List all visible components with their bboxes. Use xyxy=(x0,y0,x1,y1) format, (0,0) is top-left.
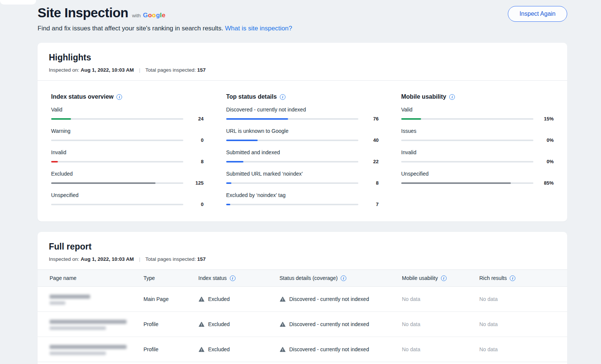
stat-line: 7 xyxy=(226,202,379,207)
full-report-meta: Inspected on: Aug 1, 2022, 10:03 AM | To… xyxy=(49,256,556,262)
stat-value: 0 xyxy=(183,202,204,207)
progress-bar-fill xyxy=(401,118,421,120)
total-pages-value: 157 xyxy=(197,67,206,73)
redacted-text-line xyxy=(50,301,65,305)
highlights-card: Highlights Inspected on: Aug 1, 2022, 10… xyxy=(38,43,567,221)
page-subtitle: Find and fix issues that affect your sit… xyxy=(38,25,292,32)
google-letter: o xyxy=(152,12,156,19)
stat-value: 8 xyxy=(183,159,204,164)
warning-icon xyxy=(279,296,286,302)
stat-line: 125 xyxy=(51,180,204,186)
what-is-site-inspection-link[interactable]: What is site inspection? xyxy=(225,25,292,32)
scrolled-card-edge xyxy=(0,0,36,5)
stat-line: 0 xyxy=(51,137,204,143)
info-icon[interactable]: i xyxy=(449,94,455,100)
stat-row: Excluded125 xyxy=(51,171,204,186)
panel-title: Index status overviewi xyxy=(51,93,204,100)
progress-bar xyxy=(51,204,183,205)
stat-label: Valid xyxy=(51,107,204,113)
page-header: Site Inspection with Google Find and fix… xyxy=(38,5,567,32)
progress-bar xyxy=(51,161,183,162)
full-report-card: Full report Inspected on: Aug 1, 2022, 1… xyxy=(38,232,567,364)
stat-row: Unspecified0 xyxy=(51,192,204,207)
progress-bar-fill xyxy=(51,182,156,184)
panel-title: Top status detailsi xyxy=(226,93,379,100)
stat-line: 85% xyxy=(401,180,554,186)
progress-bar xyxy=(51,140,183,141)
stat-line: 22 xyxy=(226,159,379,164)
column-header-label: Mobile usability xyxy=(402,275,438,281)
stat-row: Warning0 xyxy=(51,128,204,143)
info-icon[interactable]: i xyxy=(341,275,346,281)
warning-icon xyxy=(279,321,286,328)
redacted-text-line xyxy=(50,295,90,299)
highlights-meta: Inspected on: Aug 1, 2022, 10:03 AM | To… xyxy=(49,67,556,73)
status-cell: Discovered - currently not indexed xyxy=(279,346,402,353)
status-cell: Discovered - currently not indexed xyxy=(279,296,402,302)
report-body: Main PageExcludedDiscovered - currently … xyxy=(38,287,567,364)
stat-value: 7 xyxy=(358,202,379,207)
info-icon[interactable]: i xyxy=(441,275,447,281)
progress-bar xyxy=(51,118,183,120)
progress-bar-fill xyxy=(401,182,511,184)
report-row[interactable]: Product!Invalid!Submitted, marked ‘noind… xyxy=(38,362,567,364)
stat-label: Submitted and indexed xyxy=(226,149,379,155)
stat-line: 40 xyxy=(226,137,379,143)
meta-divider: | xyxy=(139,256,140,262)
inspected-on-value: Aug 1, 2022, 10:03 AM xyxy=(81,256,134,262)
progress-bar-fill xyxy=(51,161,58,162)
stat-line: 0% xyxy=(401,137,554,143)
info-icon[interactable]: i xyxy=(116,94,122,100)
column-header-status-details-coverage-: Status details (coverage)i xyxy=(279,275,402,281)
stat-label: Invalid xyxy=(51,149,204,155)
stat-label: Excluded by ‘noindex’ tag xyxy=(226,192,379,198)
status-text: Excluded xyxy=(208,321,230,327)
info-icon[interactable]: i xyxy=(280,94,285,100)
progress-bar xyxy=(226,118,358,120)
redacted-text-line xyxy=(50,320,127,324)
stat-value: 22 xyxy=(358,159,379,164)
stat-value: 40 xyxy=(358,137,379,143)
status-text: Discovered - currently not indexed xyxy=(289,346,369,352)
stat-line: 0% xyxy=(401,159,554,164)
highlight-panel: Top status detailsiDiscovered - currentl… xyxy=(215,86,390,207)
meta-divider: | xyxy=(139,67,140,73)
report-row[interactable]: ProfileExcludedDiscovered - currently no… xyxy=(38,312,567,337)
info-icon[interactable]: i xyxy=(230,275,236,281)
stat-value: 0 xyxy=(183,137,204,143)
total-pages-label: Total pages inspected: xyxy=(145,67,196,73)
status-cell: Excluded xyxy=(198,346,279,353)
rich-results-value: No data xyxy=(479,346,567,352)
redacted-text-line xyxy=(50,345,127,349)
title-line: Site Inspection with Google xyxy=(38,5,292,20)
progress-bar xyxy=(226,161,358,162)
stat-label: Invalid xyxy=(401,149,554,155)
page-type: Main Page xyxy=(143,296,198,302)
report-row[interactable]: Main PageExcludedDiscovered - currently … xyxy=(38,287,567,312)
column-header-label: Rich results xyxy=(479,275,507,281)
with-label: with xyxy=(132,13,140,18)
stat-label: Warning xyxy=(51,128,204,134)
mobile-usability-value: No data xyxy=(402,321,479,327)
stat-value: 0% xyxy=(533,137,554,143)
total-pages-label: Total pages inspected: xyxy=(145,256,196,262)
panel-title-text: Mobile usability xyxy=(401,93,446,100)
stat-row: Discovered - currently not indexed76 xyxy=(226,107,379,122)
report-row[interactable]: ProfileExcludedDiscovered - currently no… xyxy=(38,337,567,362)
progress-bar xyxy=(401,118,533,120)
google-logo: Google xyxy=(143,12,166,19)
status-cell: Excluded xyxy=(198,296,279,302)
status-text: Discovered - currently not indexed xyxy=(289,296,369,302)
progress-bar-fill xyxy=(226,118,288,120)
inspect-again-button[interactable]: Inspect Again xyxy=(508,6,567,22)
stat-row: Invalid0% xyxy=(401,149,554,164)
column-header-index-status: Index statusi xyxy=(198,275,279,281)
warning-icon xyxy=(198,296,205,302)
google-letter: e xyxy=(162,12,166,19)
stat-value: 0% xyxy=(533,159,554,164)
info-icon[interactable]: i xyxy=(510,275,515,281)
progress-bar-fill xyxy=(226,161,243,162)
column-header-type: Type xyxy=(143,275,198,281)
mobile-usability-value: No data xyxy=(402,296,479,302)
progress-bar-fill xyxy=(51,118,71,120)
